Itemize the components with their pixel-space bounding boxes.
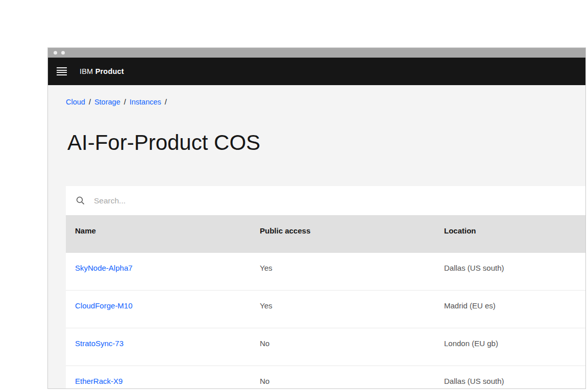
cell-public-access: Yes xyxy=(251,291,435,328)
page-content: Cloud/Storage/Instances/ AI-For-Product … xyxy=(48,85,585,389)
menu-button[interactable] xyxy=(57,67,67,75)
table-toolbar xyxy=(66,186,585,215)
column-header-name: Name xyxy=(66,215,251,253)
screenshot-background: IBM Product Cloud/Storage/Instances/ AI-… xyxy=(0,0,588,391)
instance-link[interactable]: StratoSync-73 xyxy=(75,339,124,348)
browser-window: IBM Product Cloud/Storage/Instances/ AI-… xyxy=(47,47,586,389)
cell-public-access: Yes xyxy=(251,253,435,290)
instance-link[interactable]: SkyNode-Alpha7 xyxy=(75,264,133,272)
brand-name: Product xyxy=(95,67,124,75)
breadcrumb-link-instances[interactable]: Instances xyxy=(130,98,161,106)
cell-location: Dallas (US south) xyxy=(435,253,585,290)
table-body: SkyNode-Alpha7YesDallas (US south)CloudF… xyxy=(66,253,585,389)
data-table: NamePublic accessLocation SkyNode-Alpha7… xyxy=(66,186,585,389)
cell-name: StratoSync-73 xyxy=(66,328,251,366)
hamburger-menu-icon xyxy=(57,67,67,68)
breadcrumb-link-cloud[interactable]: Cloud xyxy=(66,98,85,106)
hamburger-menu-icon xyxy=(57,70,67,71)
table-row: SkyNode-Alpha7YesDallas (US south) xyxy=(66,253,585,291)
window-titlebar xyxy=(48,48,585,58)
breadcrumb-separator: / xyxy=(89,98,91,106)
cell-name: SkyNode-Alpha7 xyxy=(66,253,251,290)
cell-public-access: No xyxy=(251,366,435,389)
table-header-row: NamePublic accessLocation xyxy=(66,215,585,253)
app-header: IBM Product xyxy=(48,58,585,85)
cell-location: London (EU gb) xyxy=(435,328,585,366)
window-dot[interactable] xyxy=(61,51,65,55)
cell-name: EtherRack-X9 xyxy=(66,366,251,389)
page-title: AI-For-Product COS xyxy=(67,130,585,155)
breadcrumb-separator: / xyxy=(165,98,167,106)
breadcrumb-separator: / xyxy=(124,98,126,106)
brand-prefix: IBM xyxy=(80,67,93,75)
table-row: CloudForge-M10YesMadrid (EU es) xyxy=(66,291,585,328)
window-dot[interactable] xyxy=(54,51,57,55)
cell-name: CloudForge-M10 xyxy=(66,291,251,328)
cell-public-access: No xyxy=(251,328,435,366)
column-header-location: Location xyxy=(435,215,585,253)
hamburger-menu-icon xyxy=(57,74,67,75)
cell-location: Madrid (EU es) xyxy=(435,291,585,328)
breadcrumb-link-storage[interactable]: Storage xyxy=(94,98,120,106)
instance-link[interactable]: CloudForge-M10 xyxy=(75,301,133,310)
instance-link[interactable]: EtherRack-X9 xyxy=(75,377,122,385)
column-header-public-access: Public access xyxy=(251,215,435,253)
app-brand[interactable]: IBM Product xyxy=(80,67,124,75)
cell-location: Dallas (US south) xyxy=(435,366,585,389)
search-icon xyxy=(76,196,85,205)
breadcrumb: Cloud/Storage/Instances/ xyxy=(66,97,585,107)
hamburger-menu-icon xyxy=(57,72,67,73)
search-input[interactable] xyxy=(94,196,502,205)
table-row: EtherRack-X9NoDallas (US south) xyxy=(66,366,585,389)
table-row: StratoSync-73NoLondon (EU gb) xyxy=(66,328,585,366)
